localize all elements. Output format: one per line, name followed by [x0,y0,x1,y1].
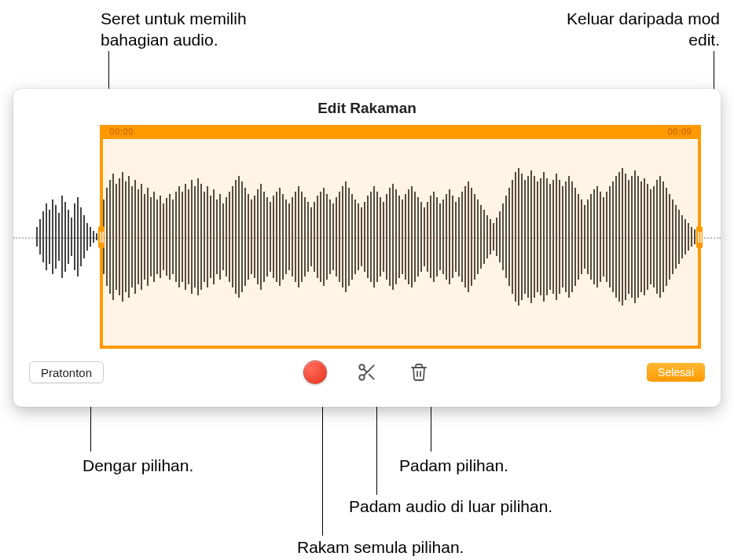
trash-icon [409,362,428,382]
callout-drag-select: Seret untuk memilih bahagian audio. [101,8,305,51]
callout-exit-edit: Keluar daripada mod edit. [547,8,720,51]
done-button[interactable]: Selesai [647,363,705,382]
delete-button[interactable] [406,359,432,386]
callout-delete: Padam pilihan. [399,455,508,476]
waveform-container[interactable]: 00:00 00:09 [13,125,721,349]
audio-editor-panel: Edit Rakaman [13,89,721,407]
preview-button[interactable]: Pratonton [29,361,104,383]
svg-line-213 [369,375,374,379]
leader-line [376,401,377,495]
selection-handle-left[interactable] [98,226,105,248]
editor-toolbar: Pratonton [13,349,721,396]
record-icon [303,361,327,384]
selection-end-time: 00:09 [667,126,692,137]
record-button[interactable] [302,359,328,386]
callout-trim: Padam audio di luar pilihan. [349,496,552,517]
callout-record: Rakam semula pilihan. [297,536,464,558]
leader-line [322,401,323,536]
trim-button[interactable] [354,359,380,386]
svg-line-214 [364,369,367,372]
leader-line [90,401,91,452]
selection-handle-right[interactable] [696,226,703,248]
callout-preview: Dengar pilihan. [83,455,193,476]
editor-title: Edit Rakaman [13,89,721,125]
center-tools [302,359,432,386]
leader-line [431,401,431,452]
selection-start-time: 00:00 [109,126,134,137]
scissors-icon [357,362,377,382]
audio-selection[interactable]: 00:00 00:09 [100,125,701,349]
